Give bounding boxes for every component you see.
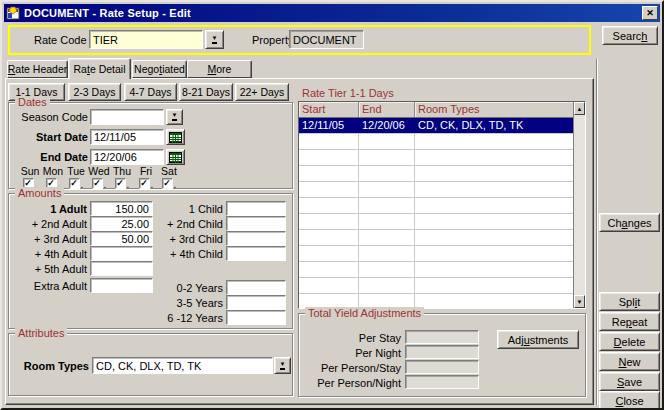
table-row-empty[interactable] [299,182,573,198]
rate-tier-table: Start End Room Types 12/11/05 12/20/06 C… [298,101,586,309]
cell-empty [299,294,359,308]
tab-2-3-days[interactable]: 2-3 Days [68,83,121,101]
rate-code-input[interactable] [89,30,203,49]
start-date-calendar-button[interactable] [166,129,185,145]
child-4-input[interactable] [226,246,286,261]
table-row-empty[interactable] [299,134,573,150]
season-code-input[interactable] [90,109,164,125]
close-window-button[interactable]: Close [599,391,660,410]
end-date-input[interactable] [90,149,164,165]
close-button[interactable]: ✕ [642,6,658,20]
scrollbar-track[interactable] [574,115,585,295]
table-row-empty[interactable] [299,198,573,214]
split-button[interactable]: Split [599,292,660,311]
property-field[interactable] [289,30,364,49]
extra-adult-label: Extra Adult [11,280,87,292]
dates-group: Dates Season Code ▼ Start Date End Date … [8,102,293,189]
delete-button[interactable]: Delete [599,332,660,351]
extra-adult-input[interactable] [90,278,153,293]
cell-empty [299,166,359,181]
years-0-2-input[interactable] [226,280,286,295]
day-thu: Thu ✓. [109,165,135,189]
check-icon: ✓ [70,179,78,188]
day-wed-checkbox[interactable]: ✓ [92,178,103,189]
tab-rate-detail[interactable]: Rate Detail [68,58,131,79]
save-button[interactable]: Save [599,372,660,391]
adult-3-input[interactable] [90,231,153,246]
adjustments-button[interactable]: Adjustments [497,330,579,349]
per-night-label: Per Night [301,347,401,359]
per-person-night-label: Per Person/Night [301,377,401,389]
adult-4-input[interactable] [90,246,153,261]
cell-empty [415,214,573,229]
column-header-start[interactable]: Start [299,102,359,117]
close-icon: ✕ [646,9,654,18]
table-row-empty[interactable] [299,150,573,166]
tab-rate-header[interactable]: Rate Header [7,60,68,78]
label-post: lose [623,395,643,407]
cell-empty [359,246,415,261]
child-3-input[interactable] [226,231,286,246]
column-header-end[interactable]: End [359,102,415,117]
season-code-dropdown-button[interactable]: ▼ [166,109,183,125]
table-row-empty[interactable] [299,262,573,278]
years-6-12-input[interactable] [226,310,286,325]
tab-22-plus-days[interactable]: 22+ Days [235,83,289,101]
table-row-selected[interactable]: 12/11/05 12/20/06 CD, CK, DLX, TD, TK [299,118,573,134]
room-types-input[interactable] [92,357,273,374]
adult-5-input[interactable] [90,261,153,276]
room-types-dropdown-button[interactable]: ▼ [274,357,291,374]
tab-more[interactable]: More [187,60,252,78]
child-2-input[interactable] [226,216,286,231]
table-row-empty[interactable] [299,278,573,294]
day-sat-checkbox[interactable]: ✓ [162,178,173,189]
yield-group-label: Total Yield Adjustments [305,307,424,319]
cell-empty [415,246,573,261]
cell-empty [359,134,415,149]
tab-4-7-days[interactable]: 4-7 Days [124,83,177,101]
start-date-input[interactable] [90,129,164,145]
label-post: eat [632,316,647,328]
per-stay-input[interactable] [405,330,479,344]
new-button[interactable]: New [599,352,660,371]
check-icon: ✓ [116,179,124,188]
search-button[interactable]: Search [602,26,658,45]
label-key: D [614,336,622,348]
check-icon: ✓ [163,179,171,188]
adult-2-input[interactable] [90,216,153,231]
header-panel: Rate Code ▼ Property [8,25,591,55]
day-tue-checkbox[interactable]: ✓ [69,178,80,189]
tab-negotiated[interactable]: Negotiated [132,60,187,78]
cell-empty [359,198,415,213]
table-row-empty[interactable] [299,230,573,246]
calendar-icon [169,132,182,143]
per-night-input[interactable] [405,345,479,359]
app-icon [6,6,20,20]
label: 22+ Days [240,86,285,98]
day-thu-checkbox[interactable]: ✓ [115,178,126,189]
scroll-up-button[interactable]: ▲ [574,102,585,115]
table-row-empty[interactable] [299,166,573,182]
label-post: elete [622,336,646,348]
repeat-button[interactable]: Repeat [599,312,660,331]
child-1-input[interactable] [226,201,286,216]
changes-button[interactable]: Changes [599,213,660,232]
per-person-stay-input[interactable] [405,360,479,374]
table-row-empty[interactable] [299,214,573,230]
per-person-night-input[interactable] [405,375,479,389]
table-scrollbar[interactable]: ▲ ▼ [573,102,585,308]
rate-code-dropdown-button[interactable]: ▼ [205,30,224,49]
cell-empty [299,262,359,277]
adult-1-input[interactable] [90,201,153,216]
column-header-room-types[interactable]: Room Types [415,102,573,117]
end-date-calendar-button[interactable] [166,149,185,165]
cell-empty [415,294,573,308]
label-key: C [615,395,623,407]
table-row-empty[interactable] [299,294,573,308]
day-fri-checkbox[interactable]: ✓ [139,178,150,189]
scroll-down-button[interactable]: ▼ [574,295,585,308]
table-row-empty[interactable] [299,246,573,262]
years-3-5-input[interactable] [226,295,286,310]
label: 4-7 Days [129,86,171,98]
tab-8-21-days[interactable]: 8-21 Days [179,83,233,101]
